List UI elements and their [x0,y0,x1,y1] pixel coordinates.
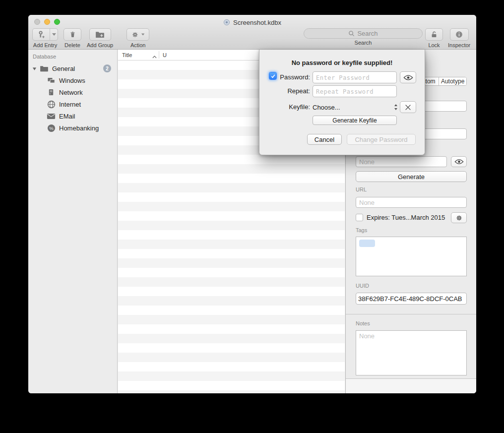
email-icon [46,113,56,120]
change-password-dialog: No password or keyfile supplied! Passwor… [259,50,425,155]
titlebar: Screenshot.kdbx [28,18,476,26]
add-entry-button[interactable] [32,28,58,41]
change-password-label: Change Password [355,136,407,143]
repeat-password-input[interactable] [313,85,397,97]
expires-label: Expires: Tues...March 2015 [367,214,446,221]
generate-password-button[interactable]: Generate [356,171,467,182]
app-window: Screenshot.kdbx [28,15,476,393]
delete-group: Delete [63,28,81,48]
popup-stepper-icon [394,104,398,111]
windows-icon [46,77,56,84]
inspector-footer [346,379,476,393]
tags-field[interactable] [356,237,467,276]
inspector-icon [455,30,463,39]
notes-label: Notes [356,320,370,326]
network-icon [46,88,56,96]
uuid-input[interactable] [356,293,467,305]
tags-label: Tags [356,227,367,233]
notes-input[interactable] [356,330,467,375]
generate-label: Generate [398,173,425,181]
disclosure-icon[interactable] [32,66,37,71]
search-input[interactable]: Search [304,28,423,39]
add-entry-label: Add Entry [33,42,57,48]
sidebar-item-general[interactable]: General 2 [28,62,117,74]
lock-icon [430,30,438,39]
internet-icon [46,100,56,109]
window-chrome: Screenshot.kdbx [28,15,476,50]
action-label: Action [130,42,146,48]
document-proxy-icon [223,19,230,26]
svg-text:%: % [49,125,54,130]
tab-autotype[interactable]: Autotype [439,77,466,85]
eye-icon [454,159,464,165]
group-tree: General 2 Windows [28,62,117,134]
sidebar-item-windows[interactable]: Windows [28,74,117,86]
dialog-message: No password or keyfile supplied! [259,59,425,66]
password-input[interactable] [356,156,447,167]
cancel-button[interactable]: Cancel [307,134,342,145]
action-icon [131,31,139,39]
group-label: Homebanking [59,124,99,132]
delete-button[interactable] [63,28,81,41]
keyfile-value: Choose... [313,104,394,111]
eye-icon [403,74,413,81]
delete-icon [69,30,76,39]
group-label: Internet [59,101,81,108]
delete-label: Delete [64,42,80,48]
gear-icon [455,214,463,222]
add-group-label: Add Group [87,42,113,48]
column-header-title[interactable]: Title [122,52,132,58]
add-group-group: Add Group [87,28,113,48]
expires-checkbox[interactable] [356,214,363,221]
group-label: EMail [59,113,75,120]
chevron-down-icon [52,33,56,36]
tag-token[interactable] [359,240,375,247]
add-group-icon [95,31,105,38]
expire-settings-button[interactable] [451,212,467,223]
reveal-password-button[interactable] [400,71,416,83]
toolbar: Add Entry Delete [28,27,476,50]
lock-group: Lock [425,28,443,48]
homebanking-icon: % [46,124,56,132]
keyfile-popup[interactable]: Choose... [313,102,398,113]
generate-keyfile-button[interactable]: Generate Keyfile [313,116,397,125]
change-password-button[interactable]: Change Password [347,134,416,145]
content-area: Database General 2 [28,50,476,393]
repeat-label: Repeat: [269,87,310,95]
inspector-button[interactable] [450,28,469,41]
cancel-label: Cancel [315,136,334,143]
entry-list: Title U No password or keyfile supplied!… [118,50,345,393]
folder-icon [39,65,49,72]
section-divider [346,314,476,314]
sort-ascending-icon [152,54,157,60]
group-label: Network [59,89,83,96]
add-entry-icon [37,30,45,39]
sidebar-item-email[interactable]: EMail [28,110,117,122]
search-icon [348,30,355,37]
lock-button[interactable] [425,28,443,41]
search-placeholder: Search [357,30,378,37]
column-header-username[interactable]: U [163,52,167,58]
sidebar-item-network[interactable]: Network [28,86,117,98]
generate-keyfile-label: Generate Keyfile [332,117,377,124]
sidebar-item-homebanking[interactable]: % Homebanking [28,122,117,134]
add-entry-dropdown[interactable] [50,29,58,40]
sidebar-item-internet[interactable]: Internet [28,98,117,110]
reveal-password-button[interactable] [451,156,467,167]
keyfile-label: Keyfile: [269,103,310,111]
action-group: Action [126,28,149,48]
url-input[interactable] [356,197,467,208]
password-label: Password: [269,73,310,81]
column-divider[interactable] [159,51,159,59]
uuid-label: UUID [356,283,369,289]
enter-password-input[interactable] [313,71,397,83]
lock-label: Lock [428,42,440,48]
add-group-button[interactable] [89,28,111,41]
inspector-group: Inspector [448,28,470,48]
window-title: Screenshot.kdbx [233,19,281,26]
sidebar: Database General 2 [28,50,118,393]
clear-keyfile-button[interactable] [400,101,416,113]
search-label: Search [355,40,372,46]
action-button[interactable] [126,28,149,41]
search-group: Search Search [304,28,423,46]
